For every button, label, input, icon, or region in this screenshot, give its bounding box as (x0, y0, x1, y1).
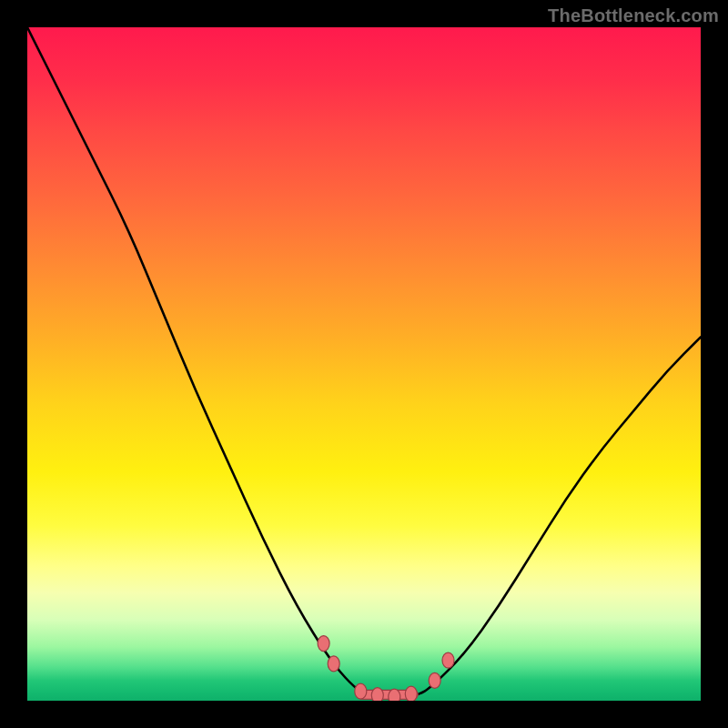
chart-frame: TheBottleneck.com (0, 0, 728, 728)
min-dot-4 (405, 686, 417, 701)
plot-area (27, 27, 701, 701)
min-dot-1 (355, 683, 367, 699)
left-upper-dot (318, 636, 329, 652)
min-dot-3 (389, 689, 400, 701)
min-dot-2 (371, 688, 383, 701)
right-upper-dot (442, 652, 454, 668)
chart-svg (27, 27, 701, 701)
bottleneck-curve (27, 27, 701, 698)
left-lower-dot (328, 656, 339, 672)
attribution-label: TheBottleneck.com (548, 5, 719, 26)
right-lower-dot (429, 672, 440, 688)
